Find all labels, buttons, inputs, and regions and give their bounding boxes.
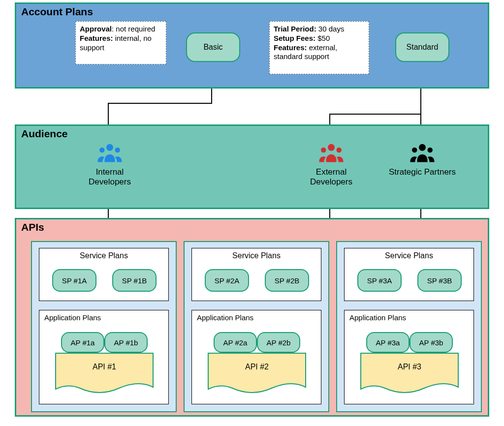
ap-pill: AP #2b [257,332,300,353]
standard-features-key: Features: [274,43,307,52]
standard-info-box: Trial Period: 30 days Setup Fees: $50 Fe… [269,21,369,74]
service-plans-box: Service Plans SP #1A SP #1B [39,248,169,301]
standard-trial-key: Trial Period: [274,25,316,33]
ap-pill: AP #1a [61,332,104,353]
basic-plan-label: Basic [203,43,222,52]
svg-point-8 [328,144,335,151]
svg-point-9 [321,148,326,153]
api-block-2: Service Plans SP #2A SP #2B Application … [184,241,329,412]
ap-pill: AP #3a [366,332,410,353]
svg-point-12 [412,148,417,153]
apis-section: APIs Service Plans SP #1A SP #1B Applica… [15,218,489,417]
service-plans-box: Service Plans SP #2A SP #2B [191,248,321,301]
application-plans-title: Application Plans [192,310,321,322]
audience-partners-label: Strategic Partners [388,167,457,177]
audience-external-label: External Developers [297,167,366,187]
basic-features-key: Features: [80,34,113,42]
ap-label: AP #1b [114,338,138,347]
api-doc-label: API #1 [55,363,154,371]
application-plans-box: Application Plans AP #2a AP #2b API #2 [191,310,321,404]
sp-label: SP #1A [62,276,87,285]
svg-point-7 [115,148,121,153]
api-doc: API #1 [55,353,154,395]
application-plans-box: Application Plans AP #1a AP #1b API #1 [39,310,169,404]
ap-pill: AP #1b [104,332,148,353]
account-plans-title: Account Plans [21,6,93,18]
ap-label: AP #3a [376,338,400,347]
sp-label: SP #3B [427,276,452,285]
standard-plan-pill: Standard [395,32,449,62]
service-plans-title: Service Plans [39,248,168,260]
basic-approval-key: Approval [80,25,112,33]
sp-label: SP #2A [215,276,240,285]
application-plans-title: Application Plans [345,310,473,322]
account-plans-section: Account Plans Approval: not required Fea… [15,2,489,89]
people-icon [409,142,436,165]
standard-setup-key: Setup Fees: [274,34,315,42]
ap-label: AP #2a [223,338,248,347]
application-plans-box: Application Plans AP #3a AP #3b API #3 [344,310,474,404]
sp-pill: SP #1B [112,269,157,292]
basic-plan-pill: Basic [186,32,240,62]
standard-setup-val: $50 [315,34,330,42]
standard-trial-val: 30 days [316,25,345,33]
api-block-1: Service Plans SP #1A SP #1B Application … [31,241,177,412]
apis-title: APIs [21,221,44,233]
service-plans-title: Service Plans [192,248,321,260]
basic-info-box: Approval: not required Features: interna… [75,21,166,64]
sp-pill: SP #2A [205,269,249,292]
basic-approval-val: : not required [112,25,155,33]
api-doc: API #3 [360,353,459,395]
sp-pill: SP #3B [417,269,462,292]
application-plans-title: Application Plans [39,310,168,322]
api-doc-label: API #2 [208,363,306,371]
api-doc-label: API #3 [360,363,459,371]
people-icon [96,142,124,165]
svg-point-6 [99,148,105,153]
audience-internal: Internal Developers [75,142,144,187]
svg-point-5 [106,144,113,151]
sp-label: SP #1B [122,276,147,285]
api-block-3: Service Plans SP #3A SP #3B Application … [336,241,482,412]
ap-label: AP #2b [267,338,291,347]
sp-pill: SP #2B [265,269,309,292]
service-plans-title: Service Plans [345,248,473,260]
ap-label: AP #3b [419,338,443,347]
people-icon [317,142,345,165]
svg-point-10 [337,148,342,153]
svg-point-11 [419,144,426,151]
sp-pill: SP #3A [357,269,402,292]
audience-internal-label: Internal Developers [75,167,144,187]
sp-pill: SP #1A [52,269,96,292]
sp-label: SP #2B [275,276,300,285]
audience-section: Audience Internal Developers [15,124,489,209]
audience-title: Audience [21,128,68,140]
api-doc: API #2 [208,353,306,395]
sp-label: SP #3A [367,276,392,285]
service-plans-box: Service Plans SP #3A SP #3B [344,248,474,301]
audience-external: External Developers [297,142,366,187]
ap-pill: AP #2a [214,332,257,353]
ap-pill: AP #3b [410,332,453,353]
audience-partners: Strategic Partners [388,142,457,177]
ap-label: AP #1a [71,338,95,347]
standard-plan-label: Standard [407,43,439,52]
svg-point-13 [428,148,433,153]
diagram-canvas: Account Plans Approval: not required Fea… [0,0,504,426]
